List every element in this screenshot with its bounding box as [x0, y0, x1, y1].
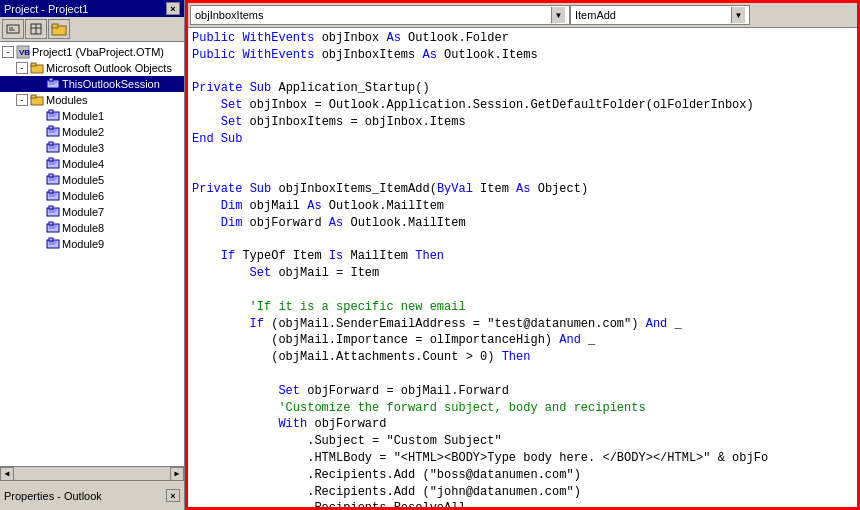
code-line-23: With objForward	[192, 416, 853, 433]
svg-rect-47	[49, 222, 53, 225]
code-line-12	[192, 232, 853, 249]
properties-close-btn[interactable]: ×	[166, 489, 180, 502]
svg-rect-11	[31, 63, 36, 66]
scroll-right-btn[interactable]: ▶	[170, 467, 184, 481]
view-object-btn[interactable]	[25, 19, 47, 39]
code-line-14: Set objMail = Item	[192, 265, 853, 282]
object-dropdown[interactable]: objInboxItems ▼	[190, 5, 570, 25]
svg-rect-39	[49, 190, 53, 193]
code-line-22: 'Customize the forward subject, body and…	[192, 400, 853, 417]
module-icon-module3	[46, 141, 60, 155]
project-panel-title: Project - Project1	[4, 3, 88, 15]
tree-item-vbproject[interactable]: - VB Project1 (VbaProject.OTM)	[0, 44, 184, 60]
code-line-27: .Recipients.Add ("john@datanumen.com")	[192, 484, 853, 501]
view-code-btn[interactable]	[2, 19, 24, 39]
svg-rect-13	[49, 78, 53, 81]
tree-label-vbproject: Project1 (VbaProject.OTM)	[32, 46, 164, 58]
module-icon-module9	[46, 237, 60, 251]
object-dropdown-value: objInboxItems	[195, 9, 263, 21]
code-line-2	[192, 64, 853, 81]
vb-icon-vbproject: VB	[16, 45, 30, 59]
left-panel: Project - Project1 ×	[0, 0, 185, 510]
svg-rect-7	[52, 24, 58, 28]
tree-item-modules[interactable]: - Modules	[0, 92, 184, 108]
code-line-7	[192, 148, 853, 165]
tree-label-module6: Module6	[62, 190, 104, 202]
project-panel-close[interactable]: ×	[166, 2, 180, 15]
svg-rect-51	[49, 238, 53, 241]
tree-item-outlook-objects[interactable]: - Microsoft Outlook Objects	[0, 60, 184, 76]
code-line-1: Public WithEvents objInboxItems As Outlo…	[192, 47, 853, 64]
tree-item-this-outlook-session[interactable]: ThisOutlookSession	[0, 76, 184, 92]
code-line-28: .Recipients.ResolveAll	[192, 500, 853, 507]
folder-icon-outlook-objects	[30, 61, 44, 75]
code-line-13: If TypeOf Item Is MailItem Then	[192, 248, 853, 265]
tree-label-module8: Module8	[62, 222, 104, 234]
tree-toggle-modules[interactable]: -	[16, 94, 28, 106]
project-toolbar	[0, 17, 184, 42]
code-line-8	[192, 164, 853, 181]
code-line-26: .Recipients.Add ("boss@datanumen.com")	[192, 467, 853, 484]
tree-item-module4[interactable]: Module4	[0, 156, 184, 172]
svg-text:VB: VB	[19, 48, 30, 57]
code-line-9: Private Sub objInboxItems_ItemAdd(ByVal …	[192, 181, 853, 198]
tree-item-module3[interactable]: Module3	[0, 140, 184, 156]
tree-item-module6[interactable]: Module6	[0, 188, 184, 204]
code-line-15	[192, 282, 853, 299]
svg-rect-0	[7, 25, 19, 33]
svg-rect-31	[49, 158, 53, 161]
code-line-20	[192, 366, 853, 383]
code-line-19: (objMail.Attachments.Count > 0) Then	[192, 349, 853, 366]
tree-item-module7[interactable]: Module7	[0, 204, 184, 220]
code-line-10: Dim objMail As Outlook.MailItem	[192, 198, 853, 215]
procedure-dropdown-value: ItemAdd	[575, 9, 616, 21]
tree-label-outlook-objects: Microsoft Outlook Objects	[46, 62, 172, 74]
module-icon-this-outlook-session	[46, 77, 60, 91]
module-icon-module1	[46, 109, 60, 123]
tree-item-module1[interactable]: Module1	[0, 108, 184, 124]
tree-label-module3: Module3	[62, 142, 104, 154]
tree-toggle-vbproject[interactable]: -	[2, 46, 14, 58]
svg-rect-23	[49, 126, 53, 129]
code-line-11: Dim objForward As Outlook.MailItem	[192, 215, 853, 232]
tree-label-this-outlook-session: ThisOutlookSession	[62, 78, 160, 90]
procedure-dropdown-arrow[interactable]: ▼	[731, 7, 745, 23]
code-editor-panel: objInboxItems ▼ ItemAdd ▼ Public WithEve…	[185, 0, 860, 510]
tree-label-module5: Module5	[62, 174, 104, 186]
module-icon-module8	[46, 221, 60, 235]
code-line-18: (objMail.Importance = olImportanceHigh) …	[192, 332, 853, 349]
svg-rect-43	[49, 206, 53, 209]
code-line-6: End Sub	[192, 131, 853, 148]
code-line-16: 'If it is a specific new email	[192, 299, 853, 316]
code-line-25: .HTMLBody = "<HTML><BODY>Type body here.…	[192, 450, 853, 467]
module-icon-module7	[46, 205, 60, 219]
tree-label-module9: Module9	[62, 238, 104, 250]
tree-toggle-outlook-objects[interactable]: -	[16, 62, 28, 74]
module-icon-module5	[46, 173, 60, 187]
horizontal-scrollbar[interactable]: ◀ ▶	[0, 466, 184, 480]
tree-label-modules: Modules	[46, 94, 88, 106]
svg-rect-35	[49, 174, 53, 177]
tree-label-module2: Module2	[62, 126, 104, 138]
svg-rect-27	[49, 142, 53, 145]
code-toolbar: objInboxItems ▼ ItemAdd ▼	[188, 3, 857, 28]
object-dropdown-arrow[interactable]: ▼	[551, 7, 565, 23]
module-icon-module2	[46, 125, 60, 139]
tree-item-module5[interactable]: Module5	[0, 172, 184, 188]
main-layout: Project - Project1 ×	[0, 0, 860, 510]
module-icon-module4	[46, 157, 60, 171]
code-line-5: Set objInboxItems = objInbox.Items	[192, 114, 853, 131]
procedure-dropdown[interactable]: ItemAdd ▼	[570, 5, 750, 25]
folder-icon-modules	[30, 93, 44, 107]
scroll-left-btn[interactable]: ◀	[0, 467, 14, 481]
tree-item-module9[interactable]: Module9	[0, 236, 184, 252]
project-title-bar: Project - Project1 ×	[0, 0, 184, 17]
scroll-track	[14, 469, 170, 479]
code-area[interactable]: Public WithEvents objInbox As Outlook.Fo…	[188, 28, 857, 507]
tree-item-module8[interactable]: Module8	[0, 220, 184, 236]
toggle-folders-btn[interactable]	[48, 19, 70, 39]
tree-item-module2[interactable]: Module2	[0, 124, 184, 140]
project-tree: - VB Project1 (VbaProject.OTM)- Microsof…	[0, 42, 184, 466]
module-icon-module6	[46, 189, 60, 203]
tree-label-module7: Module7	[62, 206, 104, 218]
